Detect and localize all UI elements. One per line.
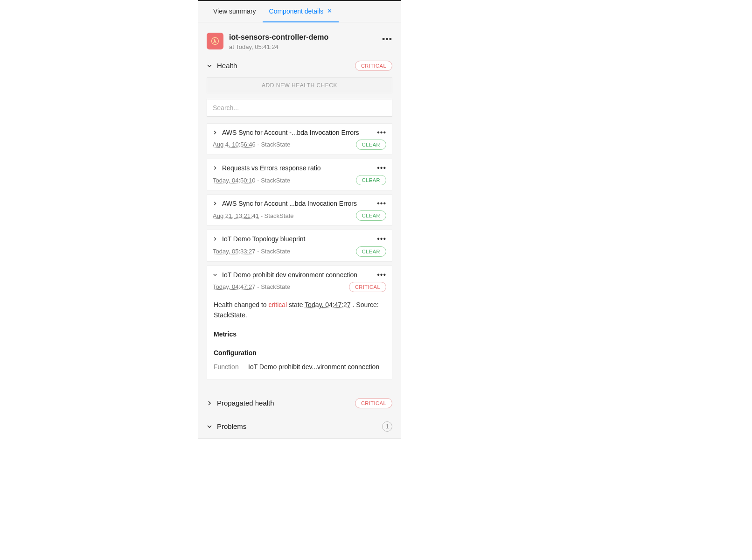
chevron-down-icon xyxy=(207,424,212,429)
component-title: iot-sensors-controller-demo xyxy=(229,33,328,42)
config-key: Function xyxy=(214,362,242,372)
card-header[interactable]: AWS Sync for Account ...bda Invocation E… xyxy=(207,195,392,210)
search-container xyxy=(207,99,392,117)
component-details-panel: View summary Component details ✕ iot-sen… xyxy=(198,0,401,439)
meta-text: Today, 04:47:27 - StackState xyxy=(213,283,290,290)
lambda-icon xyxy=(207,33,223,49)
config-value: IoT Demo prohibit dev...vironment connec… xyxy=(248,362,379,372)
status-badge: CRITICAL xyxy=(355,61,392,71)
card-meta: Today, 05:33:27 - StackState CLEAR xyxy=(207,246,392,261)
tab-label: Component details xyxy=(269,7,324,15)
meta-text: Aug 4, 10:56:46 - StackState xyxy=(213,141,290,148)
header-text: iot-sensors-controller-demo at Today, 05… xyxy=(229,33,328,50)
source: StackState xyxy=(261,248,290,255)
close-icon[interactable]: ✕ xyxy=(327,7,332,14)
source: StackState xyxy=(261,177,290,184)
more-icon[interactable]: ••• xyxy=(382,35,392,44)
meta-text: Today, 04:50:10 - StackState xyxy=(213,177,290,184)
status-badge: CRITICAL xyxy=(349,282,386,292)
section-problems-header[interactable]: Problems 1 xyxy=(198,413,401,438)
check-title: IoT Demo Topology blueprint xyxy=(222,235,386,243)
tab-component-details[interactable]: Component details ✕ xyxy=(263,1,339,22)
status-badge: CLEAR xyxy=(356,140,386,150)
timestamp: Today, 04:47:27 xyxy=(213,283,256,290)
count-badge: 1 xyxy=(382,421,392,432)
meta-separator: - xyxy=(257,177,261,184)
health-check-card: IoT Demo Topology blueprint ••• Today, 0… xyxy=(207,230,392,261)
component-timestamp: at Today, 05:41:24 xyxy=(229,43,328,50)
health-check-card: AWS Sync for Account ...bda Invocation E… xyxy=(207,194,392,226)
meta-separator: - xyxy=(261,212,265,219)
meta-separator: - xyxy=(257,283,261,290)
config-row: Function IoT Demo prohibit dev...vironme… xyxy=(214,362,385,372)
chevron-down-icon xyxy=(213,273,217,277)
section-propagated-header[interactable]: Propagated health CRITICAL xyxy=(198,388,401,413)
meta-text: Aug 21, 13:21:41 - StackState xyxy=(213,212,293,219)
more-icon[interactable]: ••• xyxy=(377,128,386,137)
source: StackState xyxy=(265,212,294,219)
chevron-right-icon xyxy=(213,166,217,170)
status-badge: CLEAR xyxy=(356,175,386,185)
more-icon[interactable]: ••• xyxy=(377,164,386,172)
component-header: iot-sensors-controller-demo at Today, 05… xyxy=(198,22,401,56)
more-icon[interactable]: ••• xyxy=(377,199,386,208)
tab-bar: View summary Component details ✕ xyxy=(198,1,401,22)
critical-state: critical xyxy=(269,301,287,308)
check-title: IoT Demo prohibit dev environment connec… xyxy=(222,271,386,279)
source: StackState xyxy=(261,141,290,148)
chevron-down-icon xyxy=(207,63,212,69)
chevron-right-icon xyxy=(207,400,212,406)
section-title: Health xyxy=(217,62,237,70)
source: StackState xyxy=(261,283,290,290)
status-badge: CRITICAL xyxy=(355,398,392,408)
check-title: Requests vs Errors response ratio xyxy=(222,164,386,172)
check-title: AWS Sync for Account -...bda Invocation … xyxy=(222,128,386,137)
source: StackState xyxy=(214,311,245,319)
status-badge: CLEAR xyxy=(356,246,386,257)
section-title: Problems xyxy=(217,422,246,430)
card-meta: Aug 4, 10:56:46 - StackState CLEAR xyxy=(207,140,392,154)
metrics-heading: Metrics xyxy=(214,329,385,339)
chevron-right-icon xyxy=(213,237,217,241)
health-check-detail: Health changed to critical state Today, … xyxy=(207,293,392,379)
section-title: Propagated health xyxy=(217,399,274,407)
search-input[interactable] xyxy=(207,99,392,117)
timestamp: Today, 04:50:10 xyxy=(213,177,256,184)
configuration-heading: Configuration xyxy=(214,348,385,358)
timestamp: Today, 05:33:27 xyxy=(213,248,256,255)
section-health-header[interactable]: Health CRITICAL xyxy=(198,56,401,76)
timestamp: Aug 4, 10:56:46 xyxy=(213,141,256,148)
health-check-card: AWS Sync for Account -...bda Invocation … xyxy=(207,123,392,155)
tab-label: View summary xyxy=(213,7,256,15)
card-header[interactable]: Requests vs Errors response ratio ••• xyxy=(207,159,392,175)
meta-separator: - xyxy=(257,248,261,255)
chevron-right-icon xyxy=(213,201,217,206)
health-change-message: Health changed to critical state Today, … xyxy=(214,300,385,321)
health-check-card: IoT Demo prohibit dev environment connec… xyxy=(207,266,392,297)
card-header[interactable]: AWS Sync for Account -...bda Invocation … xyxy=(207,124,392,140)
health-check-card: Requests vs Errors response ratio ••• To… xyxy=(207,159,392,190)
card-meta: Aug 21, 13:21:41 - StackState CLEAR xyxy=(207,210,392,225)
timestamp: Today, 04:47:27 xyxy=(305,301,351,308)
more-icon[interactable]: ••• xyxy=(377,235,386,243)
button-label: ADD NEW HEALTH CHECK xyxy=(262,82,337,89)
status-badge: CLEAR xyxy=(356,210,386,221)
check-title: AWS Sync for Account ...bda Invocation E… xyxy=(222,199,386,208)
tab-view-summary[interactable]: View summary xyxy=(207,1,263,22)
add-health-check-button[interactable]: ADD NEW HEALTH CHECK xyxy=(207,77,392,93)
card-header[interactable]: IoT Demo prohibit dev environment connec… xyxy=(207,266,392,282)
card-header[interactable]: IoT Demo Topology blueprint ••• xyxy=(207,230,392,246)
meta-text: Today, 05:33:27 - StackState xyxy=(213,248,290,255)
more-icon[interactable]: ••• xyxy=(377,271,386,279)
timestamp: Aug 21, 13:21:41 xyxy=(213,212,259,219)
card-meta: Today, 04:50:10 - StackState CLEAR xyxy=(207,175,392,190)
chevron-right-icon xyxy=(213,130,217,135)
